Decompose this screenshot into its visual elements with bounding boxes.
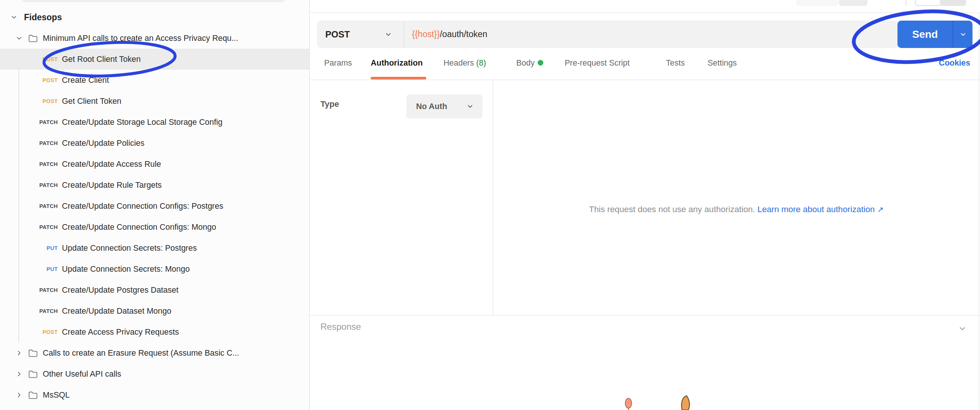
request-tabs: Params Authorization Headers (8) Body Pr…	[310, 48, 980, 80]
request-name: Get Root Client Token	[62, 55, 141, 64]
tabs-bottom-border	[310, 79, 980, 80]
folder-name: Minimum API calls to create an Access Pr…	[43, 34, 238, 43]
chevron-right-icon[interactable]	[15, 391, 23, 399]
request-connection-configs-postgres[interactable]: PATCH Create/Update Connection Configs: …	[0, 196, 309, 217]
toolbar-divider	[906, 0, 907, 6]
chevron-down-icon[interactable]	[15, 34, 23, 42]
tab-headers-label: Headers	[444, 59, 474, 68]
request-connection-secrets-postgres[interactable]: PUT Update Connection Secrets: Postgres	[0, 237, 309, 259]
response-section-label: Response	[320, 321, 361, 332]
request-name: Create/Update Dataset Mongo	[62, 307, 172, 316]
request-create-access-privacy-requests[interactable]: POST Create Access Privacy Requests	[0, 321, 309, 342]
auth-type-dropdown[interactable]: No Auth	[406, 95, 482, 119]
sidebar-collection-fidesops[interactable]: Fidesops	[0, 7, 309, 28]
sidebar-folder-other-useful[interactable]: Other Useful API calls	[0, 364, 309, 385]
learn-more-link[interactable]: Learn more about authorization	[757, 205, 875, 214]
request-policies[interactable]: PATCH Create/Update Policies	[0, 133, 309, 154]
method-badge: PATCH	[0, 140, 58, 146]
method-dropdown[interactable]: POST	[317, 21, 404, 48]
request-rule-targets[interactable]: PATCH Create/Update Rule Targets	[0, 175, 309, 196]
tab-settings[interactable]: Settings	[708, 59, 737, 68]
method-badge: PATCH	[0, 119, 58, 125]
auth-type-label: Type	[320, 99, 339, 109]
empty-response-illustration	[620, 394, 710, 410]
request-name: Update Connection Secrets: Postgres	[62, 244, 197, 253]
request-postgres-dataset[interactable]: PATCH Create/Update Postgres Dataset	[0, 280, 309, 301]
method-badge: POST	[0, 56, 58, 62]
chevron-down-icon	[466, 102, 474, 111]
request-name: Get Client Token	[62, 97, 122, 106]
tab-body[interactable]: Body	[516, 59, 543, 68]
method-badge: PATCH	[0, 161, 58, 167]
request-name: Create/Update Rule Targets	[62, 180, 162, 190]
method-value: POST	[325, 29, 350, 40]
folder-icon	[28, 348, 38, 358]
tab-tests[interactable]: Tests	[666, 59, 685, 68]
method-badge: POST	[0, 329, 58, 335]
search-box-partial[interactable]	[22, 0, 285, 2]
folder-icon	[28, 391, 38, 399]
send-label: Send	[897, 28, 953, 41]
url-input[interactable]: {{host}}/oauth/token	[404, 29, 899, 40]
request-get-root-client-token[interactable]: POST Get Root Client Token	[0, 49, 309, 70]
method-badge: PATCH	[0, 224, 58, 230]
method-badge: PATCH	[0, 287, 58, 293]
url-path: /oauth/token	[440, 29, 487, 39]
auth-pane-divider	[493, 80, 493, 315]
request-url-bar: POST {{host}}/oauth/token	[317, 21, 899, 48]
request-connection-configs-mongo[interactable]: PATCH Create/Update Connection Configs: …	[0, 217, 309, 237]
method-badge: PUT	[0, 245, 58, 251]
active-tab-underline	[371, 77, 426, 79]
request-create-client[interactable]: POST Create Client	[0, 70, 309, 91]
request-storage-config[interactable]: PATCH Create/Update Storage Local Storag…	[0, 112, 309, 133]
folder-name: Other Useful API calls	[43, 369, 121, 379]
external-link-arrow-icon: ↗	[877, 205, 884, 214]
toolbar-button-partial[interactable]	[839, 0, 867, 6]
response-collapse-chevron-icon[interactable]	[958, 324, 967, 334]
request-name: Create/Update Storage Local Storage Conf…	[62, 118, 223, 127]
send-options-caret[interactable]	[953, 30, 972, 39]
url-variable: {{host}}	[412, 29, 440, 39]
method-badge: PATCH	[0, 308, 58, 314]
chevron-right-icon[interactable]	[15, 349, 23, 357]
tab-params[interactable]: Params	[324, 59, 352, 68]
request-access-rule[interactable]: PATCH Create/Update Access Rule	[0, 154, 309, 175]
send-button[interactable]: Send	[897, 21, 972, 48]
postman-app: Fidesops Minimum API calls to create an …	[0, 0, 980, 410]
toolbar-button-partial[interactable]	[915, 0, 941, 6]
body-filled-dot-icon	[538, 60, 543, 66]
request-name: Create/Update Access Rule	[62, 160, 161, 169]
chevron-down-icon	[959, 30, 967, 39]
method-badge: POST	[0, 98, 58, 104]
sidebar-folder-mssql[interactable]: MsSQL	[0, 385, 309, 405]
sidebar-folder-erasure-request[interactable]: Calls to create an Erasure Request (Assu…	[0, 342, 309, 364]
collection-name: Fidesops	[24, 13, 62, 22]
request-name: Update Connection Secrets: Mongo	[62, 264, 190, 274]
folder-name: Calls to create an Erasure Request (Assu…	[43, 348, 239, 358]
request-name: Create Access Privacy Requests	[62, 328, 179, 337]
toolbar-button-partial[interactable]	[796, 0, 838, 6]
request-name: Create/Update Policies	[62, 139, 145, 148]
sidebar-folder-open[interactable]: Minimum API calls to create an Access Pr…	[0, 28, 309, 49]
auth-type-value: No Auth	[416, 102, 447, 111]
tab-headers[interactable]: Headers (8)	[444, 59, 486, 68]
tab-pre-request-script[interactable]: Pre-request Script	[565, 59, 630, 68]
request-get-client-token[interactable]: POST Get Client Token	[0, 91, 309, 112]
chevron-right-icon[interactable]	[15, 370, 23, 378]
request-dataset-mongo[interactable]: PATCH Create/Update Dataset Mongo	[0, 301, 309, 321]
folder-name: MsSQL	[43, 391, 70, 400]
response-separator[interactable]	[310, 315, 980, 315]
chevron-down-icon[interactable]	[10, 13, 18, 21]
auth-empty-message: This request does not use any authorizat…	[493, 205, 980, 214]
cookies-link[interactable]: Cookies	[939, 59, 970, 68]
request-editor-panel: POST {{host}}/oauth/token Send Params Au…	[309, 0, 980, 410]
method-badge: PATCH	[0, 182, 58, 188]
method-badge: PUT	[0, 266, 58, 272]
auth-message-text: This request does not use any authorizat…	[589, 205, 755, 214]
scrollbar-track[interactable]	[978, 14, 979, 410]
toolbar-button-partial[interactable]	[940, 0, 966, 6]
request-connection-secrets-mongo[interactable]: PUT Update Connection Secrets: Mongo	[0, 259, 309, 280]
folder-icon	[28, 369, 38, 378]
tab-authorization[interactable]: Authorization	[371, 59, 423, 68]
headers-count-badge: (8)	[476, 59, 486, 68]
